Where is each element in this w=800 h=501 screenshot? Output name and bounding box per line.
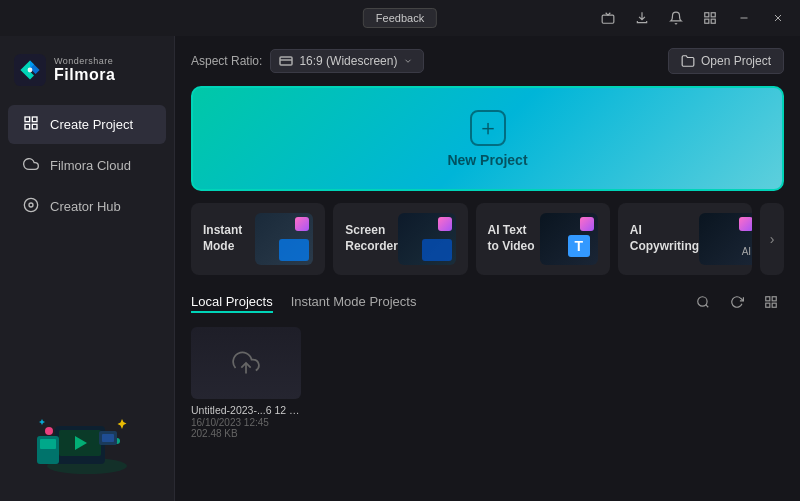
svg-rect-11 [32, 117, 37, 122]
dropdown-chevron-icon [403, 56, 413, 66]
titlebar: Feedback [0, 0, 800, 36]
search-icon [696, 295, 710, 309]
refresh-projects-button[interactable] [724, 289, 750, 315]
sidebar-item-create-project[interactable]: Create Project [8, 105, 166, 144]
svg-rect-4 [711, 19, 715, 23]
aspect-ratio-select[interactable]: 16:9 (Widescreen) [270, 49, 424, 73]
new-project-plus-icon: ＋ [470, 110, 506, 146]
folder-icon [681, 54, 695, 68]
ai-text-video-thumbnail [540, 213, 598, 265]
svg-rect-33 [772, 303, 776, 307]
refresh-icon [730, 295, 744, 309]
feedback-button[interactable]: Feedback [363, 8, 437, 28]
svg-rect-30 [766, 297, 770, 301]
mode-cards-row: Instant Mode Screen Recorder AI Text to … [191, 203, 784, 275]
sidebar: Wondershare Filmora Create Project Filmo… [0, 36, 175, 501]
sidebar-item-creator-hub[interactable]: Creator Hub [8, 187, 166, 226]
mode-card-instant-mode[interactable]: Instant Mode [191, 203, 325, 275]
svg-rect-1 [705, 13, 709, 17]
project-card[interactable]: Untitled-2023-...6 12 45 54.wfp 16/10/20… [191, 327, 301, 439]
project-grid: Untitled-2023-...6 12 45 54.wfp 16/10/20… [191, 327, 784, 439]
svg-rect-12 [25, 124, 30, 129]
illustration-svg [27, 381, 147, 481]
view-toggle-icon [764, 295, 778, 309]
svg-rect-32 [766, 303, 770, 307]
ai-text-video-badge [580, 217, 594, 231]
projects-actions [690, 289, 784, 315]
upload-cloud-icon [232, 349, 260, 377]
new-project-banner[interactable]: ＋ New Project [191, 86, 784, 191]
svg-rect-31 [772, 297, 776, 301]
download-icon[interactable] [628, 4, 656, 32]
ai-copywriting-badge [739, 217, 752, 231]
svg-rect-0 [602, 15, 614, 23]
svg-rect-10 [25, 117, 30, 122]
minimize-icon[interactable] [730, 4, 758, 32]
project-title: Untitled-2023-...6 12 45 54.wfp [191, 404, 301, 416]
instant-mode-badge [295, 217, 309, 231]
project-meta: 16/10/2023 12:45 202.48 KB [191, 417, 301, 439]
filmora-logo-icon [14, 54, 46, 86]
mode-card-ai-text-video[interactable]: AI Text to Video [476, 203, 610, 275]
svg-rect-21 [40, 439, 56, 449]
grid-icon[interactable] [696, 4, 724, 32]
svg-point-14 [24, 198, 37, 211]
mode-card-ai-copywriting[interactable]: AI Copywriting [618, 203, 752, 275]
aspect-ratio-row: Aspect Ratio: 16:9 (Widescreen) [191, 49, 424, 73]
new-project-label: New Project [447, 152, 527, 168]
main-layout: Wondershare Filmora Create Project Filmo… [0, 36, 800, 501]
projects-header: Local Projects Instant Mode Projects [191, 289, 784, 315]
ai-copywriting-thumbnail [699, 213, 752, 265]
logo-area: Wondershare Filmora [0, 46, 174, 104]
svg-point-9 [28, 68, 33, 73]
project-thumb-inner [191, 327, 301, 399]
cloud-icon [22, 156, 40, 175]
mode-card-screen-recorder[interactable]: Screen Recorder [333, 203, 467, 275]
top-bar: Aspect Ratio: 16:9 (Widescreen) Open P [191, 48, 784, 74]
svg-rect-3 [705, 19, 709, 23]
camera-icon[interactable] [594, 4, 622, 32]
create-project-icon [22, 115, 40, 134]
screen-recorder-thumbnail [398, 213, 456, 265]
toggle-view-button[interactable] [758, 289, 784, 315]
svg-rect-25 [102, 434, 114, 442]
tab-local-projects[interactable]: Local Projects [191, 292, 273, 313]
open-project-button[interactable]: Open Project [668, 48, 784, 74]
svg-line-29 [706, 305, 709, 308]
svg-point-22 [45, 427, 53, 435]
svg-point-15 [29, 203, 33, 207]
screen-recorder-badge [438, 217, 452, 231]
svg-rect-13 [32, 124, 37, 129]
search-projects-button[interactable] [690, 289, 716, 315]
svg-rect-2 [711, 13, 715, 17]
svg-point-28 [698, 297, 707, 306]
logo-text: Wondershare Filmora [54, 56, 115, 84]
projects-tabs: Local Projects Instant Mode Projects [191, 292, 434, 313]
bell-icon[interactable] [662, 4, 690, 32]
creator-hub-icon [22, 197, 40, 216]
content-area: Aspect Ratio: 16:9 (Widescreen) Open P [175, 36, 800, 501]
aspect-ratio-icon [279, 56, 293, 66]
sidebar-item-filmora-cloud[interactable]: Filmora Cloud [8, 146, 166, 185]
svg-rect-26 [280, 57, 292, 65]
sidebar-illustration [0, 371, 174, 491]
close-icon[interactable] [764, 4, 792, 32]
titlebar-icons [594, 4, 792, 32]
mode-cards-next-arrow[interactable]: › [760, 203, 784, 275]
tab-instant-mode-projects[interactable]: Instant Mode Projects [291, 292, 417, 313]
project-thumbnail [191, 327, 301, 399]
instant-mode-thumbnail [255, 213, 313, 265]
